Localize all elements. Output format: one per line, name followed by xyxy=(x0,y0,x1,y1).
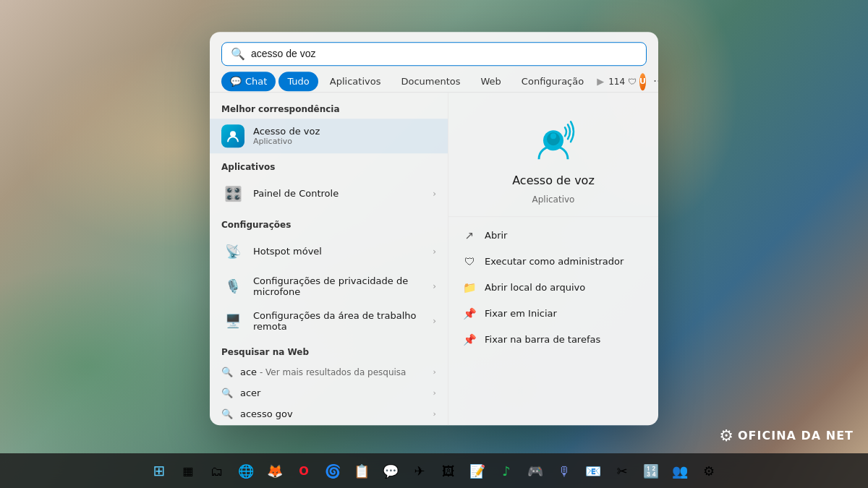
search-input-wrap[interactable]: 🔍 xyxy=(221,42,647,66)
taskbar-settings[interactable]: ⚙ xyxy=(696,458,722,484)
taskbar-photos[interactable]: 🖼 xyxy=(435,458,461,484)
web-acesso-gov-chevron-icon: › xyxy=(433,409,436,419)
remote-title: Configurações da área de trabalho remota xyxy=(253,310,424,332)
tab-tudo[interactable]: Tudo xyxy=(278,72,318,91)
taskbar-explorer[interactable]: 🗂 xyxy=(204,458,230,484)
web-search-icon-3: 🔍 xyxy=(221,408,233,419)
taskbar-steam[interactable]: 🎮 xyxy=(522,458,548,484)
app-painel-controle[interactable]: 🎛️ Painel de Controle › xyxy=(210,176,448,211)
action-abrir[interactable]: ↗ Abrir xyxy=(448,223,658,249)
action-pin-start[interactable]: 📌 Fixar em Iniciar xyxy=(448,301,658,327)
taskbar-calculator[interactable]: 🔢 xyxy=(638,458,664,484)
tab-config[interactable]: Configuração xyxy=(513,72,592,91)
chat-tab-icon: 💬 xyxy=(230,76,242,87)
brand-watermark: ⚙ OFICINA DA NET xyxy=(719,427,854,445)
setting-remote[interactable]: 🖥️ Configurações da área de trabalho rem… xyxy=(210,304,448,338)
web-section-label: Pesquisar na Web xyxy=(210,344,448,361)
search-bar: 🔍 xyxy=(210,32,658,66)
web-acesso-gov-text: acesso gov xyxy=(240,408,426,419)
svg-point-0 xyxy=(230,131,236,137)
right-panel: Acesso de voz Aplicativo ↗ Abrir 🛡 Execu… xyxy=(448,93,658,425)
taskbar-capcut[interactable]: ✂ xyxy=(609,458,635,484)
taskbar-office[interactable]: 📋 xyxy=(349,458,375,484)
taskbar-edge[interactable]: 🌀 xyxy=(320,458,346,484)
pin-start-icon: 📌 xyxy=(463,307,476,320)
microphone-title: Configurações de privacidade de microfon… xyxy=(253,275,424,297)
taskbar-spotify[interactable]: ♪ xyxy=(493,458,519,484)
hotspot-title: Hotspot móvel xyxy=(253,246,424,257)
taskbar-opera[interactable]: O xyxy=(291,458,317,484)
tab-user-avatar[interactable]: U xyxy=(639,73,646,90)
admin-label: Executar como administrador xyxy=(485,256,624,267)
taskbar-whatsapp[interactable]: 💬 xyxy=(378,458,404,484)
hotspot-text: Hotspot móvel xyxy=(253,246,424,257)
best-match-item[interactable]: Acesso de voz Aplicativo xyxy=(210,119,448,153)
tab-aplicativos-label: Aplicativos xyxy=(330,76,381,87)
apps-section-label: Aplicativos xyxy=(210,159,448,176)
web-ace-chevron-icon: › xyxy=(433,367,436,377)
open-location-label: Abrir local do arquivo xyxy=(485,282,585,293)
web-item-acesso-gov[interactable]: 🔍 acesso gov › xyxy=(210,403,448,424)
filter-tabs: 💬 Chat Tudo Aplicativos Documentos Web C… xyxy=(210,66,658,93)
tab-config-label: Configuração xyxy=(522,76,584,87)
right-panel-app-type: Aplicativo xyxy=(532,194,575,205)
painel-controle-title: Painel de Controle xyxy=(253,188,424,199)
best-match-subtitle: Aplicativo xyxy=(253,137,436,146)
remote-text: Configurações da área de trabalho remota xyxy=(253,310,424,332)
action-open-location[interactable]: 📁 Abrir local do arquivo xyxy=(448,275,658,301)
search-input[interactable] xyxy=(251,48,637,59)
left-panel: Melhor correspondência Acesso de voz Apl… xyxy=(210,93,448,425)
remote-chevron-icon: › xyxy=(433,316,436,326)
taskbar: ⊞ ▦ 🗂 🌐 🦊 O 🌀 📋 💬 ✈ 🖼 📝 ♪ 🎮 🎙 📧 ✂ 🔢 👥 ⚙ xyxy=(0,453,868,488)
taskbar-firefox[interactable]: 🦊 xyxy=(262,458,288,484)
search-window: 🔍 💬 Chat Tudo Aplicativos Documentos Web… xyxy=(210,32,658,425)
search-icon: 🔍 xyxy=(231,47,245,61)
hotspot-chevron-icon: › xyxy=(433,247,436,257)
action-pin-taskbar[interactable]: 📌 Fixar na barra de tarefas xyxy=(448,327,658,353)
setting-microphone[interactable]: 🎙️ Configurações de privacidade de micro… xyxy=(210,269,448,304)
abrir-label: Abrir xyxy=(485,230,507,241)
taskbar-telegram[interactable]: ✈ xyxy=(407,458,433,484)
painel-chevron-icon: › xyxy=(433,189,436,199)
tab-documentos[interactable]: Documentos xyxy=(392,72,469,91)
voice-app-icon xyxy=(221,124,244,147)
microphone-icon: 🎙️ xyxy=(221,275,244,298)
setting-hotspot[interactable]: 📡 Hotspot móvel › xyxy=(210,234,448,269)
admin-icon: 🛡 xyxy=(463,255,476,268)
pin-taskbar-label: Fixar na barra de tarefas xyxy=(485,334,600,345)
taskbar-discord[interactable]: 🎙 xyxy=(551,458,577,484)
web-item-acer[interactable]: 🔍 acer › xyxy=(210,382,448,403)
tab-chat[interactable]: 💬 Chat xyxy=(221,72,276,91)
tab-chat-label: Chat xyxy=(245,76,267,87)
tab-documentos-label: Documentos xyxy=(401,76,460,87)
taskbar-chrome[interactable]: 🌐 xyxy=(233,458,259,484)
action-admin[interactable]: 🛡 Executar como administrador xyxy=(448,249,658,275)
taskbar-widgets[interactable]: ▦ xyxy=(175,458,201,484)
web-search-icon-2: 🔍 xyxy=(221,388,233,398)
taskbar-outlook[interactable]: 📧 xyxy=(580,458,606,484)
taskbar-teams[interactable]: 👥 xyxy=(667,458,693,484)
web-ace-sub: - Ver mais resultados da pesquisa xyxy=(257,367,406,377)
painel-controle-icon: 🎛️ xyxy=(221,182,244,205)
tab-more-button[interactable]: ··· xyxy=(649,72,658,91)
brand-gear-icon: ⚙ xyxy=(719,427,733,445)
web-ace-highlight: ace xyxy=(240,367,257,377)
best-match-text: Acesso de voz Aplicativo xyxy=(253,126,436,146)
web-acer-text: acer xyxy=(240,388,426,398)
web-acer-chevron-icon: › xyxy=(433,388,436,398)
app-actions: ↗ Abrir 🛡 Executar como administrador 📁 … xyxy=(448,217,658,359)
voice-app-large-icon xyxy=(527,114,579,166)
pin-start-label: Fixar em Iniciar xyxy=(485,308,557,319)
right-panel-app-name: Acesso de voz xyxy=(512,174,595,187)
tab-web-label: Web xyxy=(481,76,501,87)
app-preview: Acesso de voz Aplicativo xyxy=(448,93,658,217)
taskbar-notepad[interactable]: 📝 xyxy=(464,458,490,484)
web-ace-text: ace - Ver mais resultados da pesquisa xyxy=(240,367,426,377)
brand-label: OFICINA DA NET xyxy=(738,429,854,442)
microphone-chevron-icon: › xyxy=(433,281,436,291)
web-item-ace[interactable]: 🔍 ace - Ver mais resultados da pesquisa … xyxy=(210,361,448,382)
tab-aplicativos[interactable]: Aplicativos xyxy=(321,72,390,91)
taskbar-start-button[interactable]: ⊞ xyxy=(146,458,172,484)
tab-web[interactable]: Web xyxy=(472,72,510,91)
hotspot-icon: 📡 xyxy=(221,240,244,263)
